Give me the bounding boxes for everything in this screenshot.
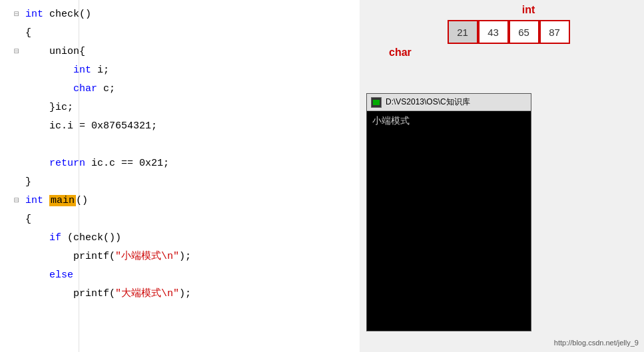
terminal-titlebar: D:\VS2013\OS\C知识库	[367, 94, 531, 111]
terminal-title: D:\VS2013\OS\C知识库	[386, 96, 470, 108]
code-line-13: if (check())	[11, 229, 360, 248]
watermark: http://blog.csdn.net/jelly_9	[554, 339, 639, 347]
collapse-3[interactable]: ⊟	[11, 43, 23, 61]
mem-box-2: 65	[509, 20, 539, 44]
code-text-16: printf("大端模式\n");	[25, 285, 191, 303]
code-line-15: else	[11, 266, 360, 285]
terminal-window: D:\VS2013\OS\C知识库 小端模式	[366, 93, 531, 331]
char-label: char	[389, 47, 644, 59]
code-text-4: int i;	[25, 61, 109, 80]
memory-boxes: 21 43 65 87	[373, 20, 644, 44]
code-text-15: else	[25, 266, 73, 285]
code-text-2: {	[25, 24, 31, 43]
code-line-5: char c;	[11, 80, 360, 98]
code-text-6: }ic;	[25, 98, 73, 117]
diagram-panel: int 21 43 65 87 char D:\VS2013\OS\C知识库 小…	[360, 0, 644, 352]
code-line-16: printf("大端模式\n");	[11, 285, 360, 303]
code-line-2: {	[11, 24, 360, 43]
int-label: int	[413, 4, 644, 16]
code-line-8	[11, 136, 360, 154]
mem-box-1: 43	[478, 20, 509, 44]
code-line-7: ic.i = 0x87654321;	[11, 117, 360, 136]
code-line-6: }ic;	[11, 98, 360, 117]
code-text-1: int check()	[25, 5, 91, 24]
code-line-11: ⊟ int main()	[11, 192, 360, 210]
code-text-10: }	[25, 173, 31, 192]
terminal-output: 小端模式	[372, 115, 525, 127]
mem-box-0: 21	[448, 20, 478, 44]
code-text-14: printf("小端模式\n");	[25, 248, 191, 266]
code-line-3: ⊟ union{	[11, 43, 360, 61]
code-text-8	[25, 136, 31, 154]
code-text-13: if (check())	[25, 229, 121, 248]
code-text-5: char c;	[25, 80, 115, 98]
code-line-12: {	[11, 210, 360, 229]
code-content: ⊟ int check() { ⊟ union{ int i; char c;	[0, 0, 360, 309]
code-panel: ⊟ int check() { ⊟ union{ int i; char c;	[0, 0, 360, 352]
code-line-4: int i;	[11, 61, 360, 80]
mem-box-3: 87	[539, 20, 570, 44]
code-line-1: ⊟ int check()	[11, 5, 360, 24]
terminal-icon	[371, 97, 382, 108]
terminal-body: 小端模式	[367, 111, 531, 331]
code-text-7: ic.i = 0x87654321;	[25, 117, 157, 136]
collapse-1[interactable]: ⊟	[11, 5, 23, 24]
code-text-9: return ic.c == 0x21;	[25, 154, 169, 173]
code-line-10: }	[11, 173, 360, 192]
code-text-3: union{	[25, 43, 85, 61]
code-text-12: {	[25, 210, 31, 229]
code-text-11: int main()	[25, 192, 88, 210]
code-line-14: printf("小端模式\n");	[11, 248, 360, 266]
code-line-9: return ic.c == 0x21;	[11, 154, 360, 173]
collapse-11[interactable]: ⊟	[11, 192, 23, 210]
